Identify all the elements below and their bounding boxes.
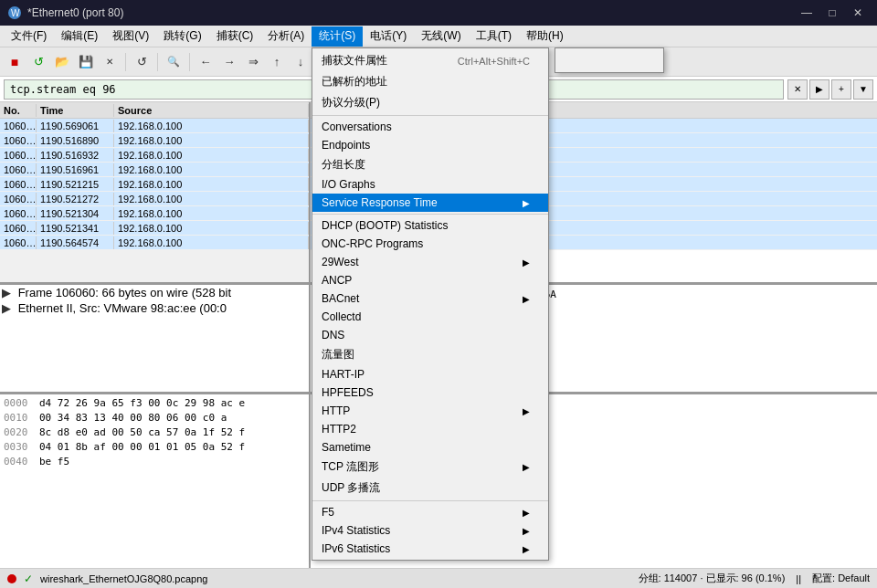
menu-tcp-stream-graph[interactable]: TCP 流图形 ▶ [312,457,548,478]
row-no: 1060… [0,149,37,162]
packet-row[interactable]: 1060… 1190.564574 192.168.0.100 [0,236,309,250]
menu-io-graphs[interactable]: I/O Graphs [312,175,548,194]
detail-row[interactable]: ▶ Ethernet II, Src: VMware 98:ac:ee (00:… [0,300,309,316]
menu-capture-file-props[interactable]: 捕获文件属性 Ctrl+Alt+Shift+C [312,50,548,71]
menu-item-label: HTTP [322,404,350,417]
menu-view[interactable]: 视图(V) [105,26,156,47]
save-button[interactable]: 💾 [75,51,97,73]
go-button[interactable]: ⇒ [242,51,264,73]
filter-clear-button[interactable]: ✕ [787,79,808,100]
packet-row[interactable]: 1060… 1190.569061 192.168.0.100 [0,119,309,133]
row-time: 1190.569061 [37,120,114,132]
status-packets: 分组: 114007 · 已显示: 96 (0.1%) [639,572,786,585]
packet-row[interactable]: 1060… 1190.521341 192.168.0.100 [0,221,309,236]
menu-item-label: UDP 多播流 [322,480,380,496]
app-icon: W [7,5,22,20]
toolbar-separator-2 [157,53,158,71]
menu-endpoints[interactable]: Endpoints [312,136,548,154]
packet-rows: 1060… 1190.569061 192.168.0.100 1060… 11… [0,119,309,282]
menu-ipv6-stats[interactable]: IPv6 Statistics ▶ [312,540,548,558]
restart-button[interactable]: ↺ [27,51,49,73]
menu-hpfeeds[interactable]: HPFEEDS [312,383,548,402]
menu-goto[interactable]: 跳转(G) [156,26,208,47]
menu-item-label: DNS [322,329,344,341]
row-no: 1060… [0,193,37,205]
packet-row[interactable]: 1060… 1190.516890 192.168.0.100 [0,133,309,148]
row-time: 1190.521304 [37,207,114,220]
menu-conversations[interactable]: Conversations [312,118,548,136]
menu-stats[interactable]: 统计(S) [312,26,363,47]
reload-button[interactable]: ↺ [131,51,153,73]
menu-flow-graph[interactable]: 流量图 [312,344,548,365]
submenu-arrow-icon: ▶ [523,508,530,518]
row-no: 1060… [0,236,37,249]
detail-text: Ethernet II, Src: VMware 98:ac:ee (00:0 [18,301,227,315]
packet-list-header: No. Time Source [0,102,309,119]
menu-onc-rpc[interactable]: ONC-RPC Programs [312,235,548,253]
menu-sametime[interactable]: Sametime [312,438,548,457]
menu-collectd[interactable]: Collectd [312,308,548,326]
stop-capture-button[interactable]: ■ [4,51,26,73]
menu-packet-lengths[interactable]: 分组长度 [312,154,548,175]
close-capture-button[interactable]: ✕ [99,51,121,73]
menu-item-label: BACnet [322,292,359,305]
jump-up-button[interactable]: ↑ [266,51,288,73]
menu-http[interactable]: HTTP ▶ [312,402,548,420]
menu-edit[interactable]: 编辑(E) [54,26,105,47]
menu-protocol-hierarchy[interactable]: 协议分级(P) [312,92,548,113]
menu-dhcp[interactable]: DHCP (BOOTP) Statistics [312,216,548,235]
menu-phone[interactable]: 电话(Y) [363,26,414,47]
menu-f5[interactable]: F5 ▶ [312,503,548,521]
menu-dns[interactable]: DNS [312,326,548,344]
row-src: 192.168.0.100 [114,120,309,132]
menu-file[interactable]: 文件(F) [4,26,54,47]
open-file-button[interactable]: 📂 [51,51,73,73]
detail-row[interactable]: ▶ Frame 106060: 66 bytes on wire (528 bi… [0,285,309,300]
window-title: *Ethernet0 (port 80) [27,6,123,19]
back-button[interactable]: ← [195,51,217,73]
menu-udp-multicast[interactable]: UDP 多播流 [312,478,548,499]
row-time: 1190.521341 [37,222,114,235]
packet-row[interactable]: 1060… 1190.516961 192.168.0.100 [0,163,309,177]
packet-row[interactable]: 1060… 1190.516932 192.168.0.100 [0,148,309,163]
hex-offset: 0000 [4,396,36,411]
menu-service-response-time[interactable]: Service Response Time ▶ [312,194,548,212]
packet-row[interactable]: 1060… 1190.521272 192.168.0.100 [0,192,309,206]
menu-resolved-addresses[interactable]: 已解析的地址 [312,71,548,92]
expand-arrow[interactable]: ▶ [2,301,11,315]
menu-capture[interactable]: 捕获(C) [209,26,261,47]
forward-button[interactable]: → [218,51,240,73]
menu-http2[interactable]: HTTP2 [312,420,548,438]
expand-arrow[interactable]: ▶ [2,286,11,299]
menu-item-shortcut: Ctrl+Alt+Shift+C [458,56,530,67]
menu-item-label: 分组长度 [322,157,365,173]
menu-analyze[interactable]: 分析(A) [260,26,312,47]
maximize-button[interactable]: □ [820,4,844,22]
filter-apply-button[interactable]: ▶ [809,79,829,100]
packet-row[interactable]: 1060… 1190.521304 192.168.0.100 [0,206,309,221]
row-src: 192.168.0.100 [114,149,309,162]
menu-help[interactable]: 帮助(H) [519,26,571,47]
menu-item-label: 29West [322,256,358,268]
menu-separator [312,500,548,501]
menu-ancp[interactable]: ANCP [312,271,548,289]
menu-hart-ip[interactable]: HART-IP [312,365,548,383]
packet-row[interactable]: 1060… 1190.521215 192.168.0.100 [0,177,309,192]
menu-ipv4-stats[interactable]: IPv4 Statistics ▶ [312,521,548,540]
filter-save-button[interactable]: + [831,79,851,100]
find-button[interactable]: 🔍 [163,51,185,73]
status-separator: || [796,573,801,584]
minimize-button[interactable]: — [795,4,819,22]
row-time: 1190.521272 [37,193,114,205]
filter-end-buttons: ✕ ▶ + ▼ [787,79,873,100]
menu-wireless[interactable]: 无线(W) [414,26,468,47]
title-bar-controls: — □ ✕ [795,4,870,22]
jump-down-button[interactable]: ↓ [290,51,312,73]
close-window-button[interactable]: ✕ [846,4,870,22]
col-header-time: Time [37,104,114,117]
filter-dropdown-button[interactable]: ▼ [853,79,873,100]
title-bar-left: W *Ethernet0 (port 80) [7,5,123,20]
menu-bacnet[interactable]: BACnet ▶ [312,289,548,308]
menu-tools[interactable]: 工具(T) [469,26,519,47]
menu-29west[interactable]: 29West ▶ [312,253,548,271]
